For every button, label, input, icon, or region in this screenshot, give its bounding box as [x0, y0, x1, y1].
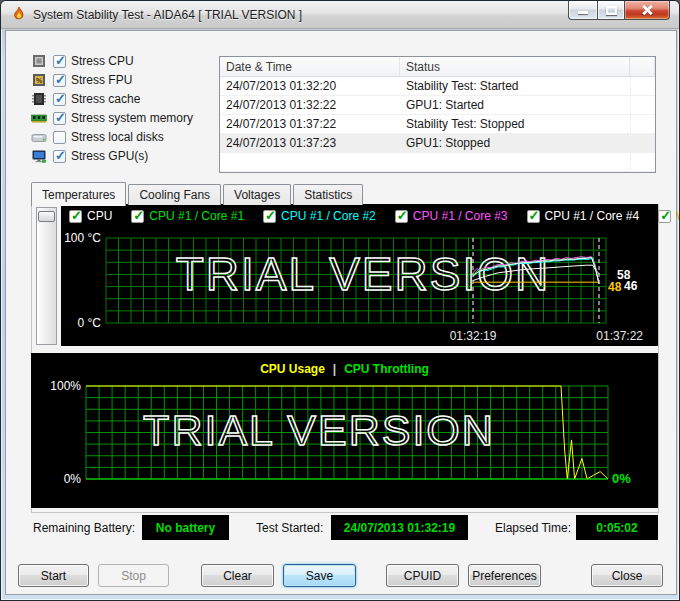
x-axis-tick: 01:32:19 [450, 329, 497, 343]
tab-cooling-fans[interactable]: Cooling Fans [128, 184, 221, 205]
legend-item: CPU #1 / Core #4 [527, 209, 640, 223]
log-cell-datetime: 24/07/2013 01:32:22 [220, 96, 400, 114]
stress-options-list: Stress CPU%Stress FPUStress cacheStress … [31, 52, 193, 166]
cpu-usage-chart: CPU Usage|CPU Throttling TRIAL VERSION10… [31, 353, 658, 508]
legend-label: CPU #1 / Core #2 [281, 209, 376, 223]
temperature-chart: CPUCPU #1 / Core #1CPU #1 / Core #2CPU #… [61, 204, 658, 346]
status-label: Elapsed Time: [495, 521, 571, 535]
legend-label: WDC WD1600 [676, 209, 680, 223]
end-value-label: 0% [612, 471, 631, 486]
x-axis-tick: 01:37:22 [596, 329, 643, 343]
legend-item: CPU #1 / Core #2 [263, 209, 376, 223]
stress-option-label: Stress CPU [71, 54, 134, 68]
log-cell-empty [630, 134, 655, 152]
stop-button: Stop [98, 564, 169, 587]
legend-item: CPU #1 / Core #1 [131, 209, 244, 223]
current-value-label: 48 [608, 280, 622, 294]
column-header-date-time[interactable]: Date & Time [220, 57, 400, 76]
stress-option-label: Stress local disks [71, 130, 164, 144]
stress-option-label: Stress system memory [71, 111, 193, 125]
start-button[interactable]: Start [18, 564, 89, 587]
app-window: System Stability Test - AIDA64 [ TRIAL V… [0, 0, 680, 601]
log-cell-status: Stability Test: Stopped [400, 115, 630, 133]
cpu-icon [31, 53, 47, 69]
legend-checkbox[interactable] [69, 210, 82, 223]
status-bar: Remaining Battery:No batteryTest Started… [1, 515, 680, 541]
titlebar: System Stability Test - AIDA64 [ TRIAL V… [1, 1, 679, 29]
log-cell-datetime: 24/07/2013 01:37:22 [220, 115, 400, 133]
fpu-icon: % [31, 72, 47, 88]
legend-label: CPU #1 / Core #1 [149, 209, 244, 223]
y-axis-label: 100% [50, 379, 81, 393]
maximize-icon [606, 6, 617, 15]
stress-option-row: Stress cache [31, 90, 193, 108]
memory-icon [31, 110, 47, 126]
minimize-button[interactable] [568, 1, 597, 20]
preferences-button[interactable]: Preferences [468, 564, 541, 587]
legend-label: CPU #1 / Core #4 [545, 209, 640, 223]
y-axis-label: 0 °C [78, 316, 102, 330]
flame-icon [11, 6, 27, 22]
legend-checkbox[interactable] [131, 210, 144, 223]
legend-item: WDC WD1600 [658, 209, 680, 223]
stress-option-checkbox[interactable] [53, 93, 66, 106]
y-axis-label: 100 °C [64, 231, 101, 245]
stress-option-label: Stress FPU [71, 73, 132, 87]
table-row[interactable]: 24/07/2013 01:37:22Stability Test: Stopp… [220, 115, 655, 134]
status-value-display: No battery [142, 515, 229, 540]
save-button[interactable]: Save [283, 564, 356, 587]
cpuid-button[interactable]: CPUID [386, 564, 459, 587]
legend-item: CPU [69, 209, 112, 223]
column-header-empty [630, 57, 655, 76]
tab-strip: TemperaturesCooling FansVoltagesStatisti… [31, 181, 365, 205]
tab-statistics[interactable]: Statistics [293, 184, 363, 205]
close-button[interactable] [625, 1, 670, 20]
status-value-display: 0:05:02 [576, 515, 658, 540]
status-value-display: 24/07/2013 01:32:19 [331, 515, 468, 540]
legend-checkbox[interactable] [263, 210, 276, 223]
legend-checkbox[interactable] [658, 210, 671, 223]
legend-item: CPU #1 / Core #3 [395, 209, 508, 223]
legend-label: CPU #1 / Core #3 [413, 209, 508, 223]
log-cell-datetime: 24/07/2013 01:32:20 [220, 77, 400, 95]
table-row[interactable]: 24/07/2013 01:37:23GPU1: Stopped [220, 134, 655, 153]
svg-text:%: % [36, 77, 43, 84]
stress-option-checkbox[interactable] [53, 74, 66, 87]
close-button[interactable]: Close [591, 564, 663, 587]
stress-option-checkbox[interactable] [53, 150, 66, 163]
column-header-status[interactable]: Status [400, 57, 630, 76]
stress-option-label: Stress cache [71, 92, 140, 106]
table-row[interactable]: 24/07/2013 01:32:22GPU1: Started [220, 96, 655, 115]
maximize-button[interactable] [597, 1, 625, 20]
gpu-icon [31, 148, 47, 164]
temperature-legend: CPUCPU #1 / Core #1CPU #1 / Core #2CPU #… [69, 209, 680, 223]
table-row-empty [220, 153, 655, 172]
slider-thumb[interactable] [38, 211, 55, 222]
legend-label: CPU [87, 209, 112, 223]
chart-title-part: CPU Throttling [344, 362, 429, 376]
legend-checkbox[interactable] [395, 210, 408, 223]
window-title: System Stability Test - AIDA64 [ TRIAL V… [33, 8, 302, 22]
tab-voltages[interactable]: Voltages [223, 184, 291, 205]
cpu-usage-plot: TRIAL VERSION100%0%0% [31, 353, 658, 508]
minimize-icon [578, 11, 588, 14]
legend-checkbox[interactable] [527, 210, 540, 223]
table-row[interactable]: 24/07/2013 01:32:20Stability Test: Start… [220, 77, 655, 96]
temperature-plot: TRIAL VERSION100 °C0 °C01:32:1901:37:225… [61, 204, 658, 346]
log-cell-empty [630, 96, 655, 114]
log-cell-status: GPU1: Started [400, 96, 630, 114]
stress-option-checkbox[interactable] [53, 112, 66, 125]
stress-option-row: %Stress FPU [31, 71, 193, 89]
current-value-label: 46 [624, 279, 638, 293]
clear-button[interactable]: Clear [201, 564, 274, 587]
chart-scale-slider[interactable] [36, 207, 57, 345]
cpu-usage-chart-title: CPU Usage|CPU Throttling [31, 362, 658, 376]
stress-option-checkbox[interactable] [53, 55, 66, 68]
tab-temperatures[interactable]: Temperatures [31, 182, 126, 206]
event-log-table: Date & Time Status 24/07/2013 01:32:20St… [219, 56, 656, 173]
stress-option-checkbox[interactable] [53, 131, 66, 144]
stress-option-row: Stress system memory [31, 109, 193, 127]
log-cell-empty [630, 77, 655, 95]
chart-title-part: CPU Usage [260, 362, 325, 376]
log-table-body: 24/07/2013 01:32:20Stability Test: Start… [220, 77, 655, 172]
